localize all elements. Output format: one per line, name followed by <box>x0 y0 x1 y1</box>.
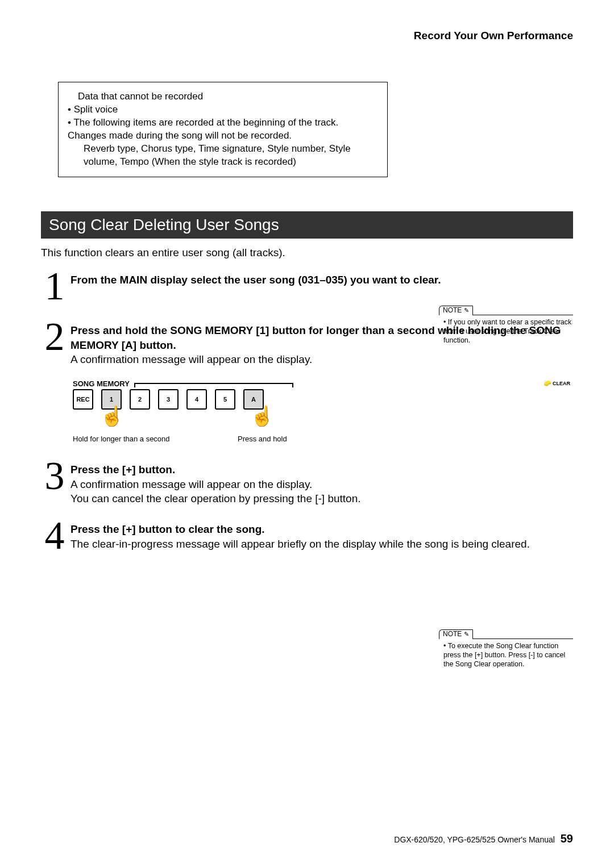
bracket-line-icon <box>134 383 293 385</box>
step-4: 4 Press the [+] button to clear the song… <box>41 519 573 553</box>
step-1-instruction: From the MAIN display select the user so… <box>70 274 441 286</box>
memory-4-button: 4 <box>186 389 207 410</box>
page-number: 59 <box>561 832 573 845</box>
step-2-detail: A conﬁrmation message will appear on the… <box>70 353 312 365</box>
unrecordable-data-box: Data that cannot be recorded Split voice… <box>58 82 388 177</box>
step-3-instruction: Press the [+] button. <box>70 464 175 475</box>
info-box-title: Data that cannot be recorded <box>64 90 377 103</box>
diagram-annotation-right: Press and hold <box>238 435 287 443</box>
step-1: 1 From the MAIN display select the user … <box>41 269 573 303</box>
memory-2-button: 2 <box>130 389 150 410</box>
pencil-icon: ✎ <box>464 307 469 314</box>
diagram-heading: SONG MEMORY <box>73 379 130 388</box>
page-footer: DGX-620/520, YPG-625/525 Owner's Manual … <box>394 832 573 845</box>
step-4-instruction: Press the [+] button to clear the song. <box>70 523 265 535</box>
step-3-detail-1: A conﬁrmation message will appear on the… <box>70 478 312 490</box>
song-memory-diagram: SONG MEMORY 🧽 CLEAR REC 1 ☝ 2 3 4 5 A ☝ … <box>73 379 573 443</box>
manual-title: DGX-620/520, YPG-625/525 Owner's Manual <box>394 835 555 844</box>
step-4-number: 4 <box>41 519 68 553</box>
step-2-number: 2 <box>41 320 68 354</box>
clear-label: CLEAR <box>553 381 570 386</box>
memory-a-button: A ☝ <box>243 389 264 410</box>
rec-button: REC <box>73 389 93 410</box>
note-box-2: NOTE ✎ To execute the Song Clear functio… <box>439 629 573 669</box>
hand-hold-icon: ☝ <box>250 406 274 425</box>
section-title-bar: Song Clear Deleting User Songs <box>41 211 573 239</box>
info-item-2: The following items are recorded at the … <box>64 116 377 143</box>
manual-page: Record Your Own Performance Data that ca… <box>0 0 614 868</box>
info-item-1: Split voice <box>64 103 377 116</box>
step-3-detail-2: You can cancel the clear operation by pr… <box>70 493 361 504</box>
pencil-icon: ✎ <box>464 631 469 637</box>
note-label: NOTE ✎ <box>439 629 473 639</box>
step-3-number: 3 <box>41 459 68 493</box>
diagram-annotation-left: Hold for longer than a second <box>73 435 209 443</box>
memory-3-button: 3 <box>158 389 179 410</box>
step-3: 3 Press the [+] button. A conﬁrmation me… <box>41 459 573 506</box>
note-label: NOTE ✎ <box>439 306 473 315</box>
step-4-detail: The clear-in-progress message will appea… <box>70 538 530 550</box>
eraser-icon: 🧽 <box>544 379 551 387</box>
intro-text: This function clears an entire user song… <box>41 247 285 259</box>
info-item-2-sub: Reverb type, Chorus type, Time signature… <box>64 143 377 169</box>
memory-1-button: 1 ☝ <box>101 389 122 410</box>
note-2-body: To execute the Song Clear function press… <box>443 642 565 669</box>
step-1-number: 1 <box>41 269 68 303</box>
memory-5-button: 5 <box>215 389 235 410</box>
step-2: 2 Press and hold the SONG MEMORY [1] but… <box>41 320 573 367</box>
step-2-instruction: Press and hold the SONG MEMORY [1] butto… <box>70 324 561 351</box>
section-header: Record Your Own Performance <box>41 30 573 42</box>
hand-press-icon: ☝ <box>100 406 124 425</box>
